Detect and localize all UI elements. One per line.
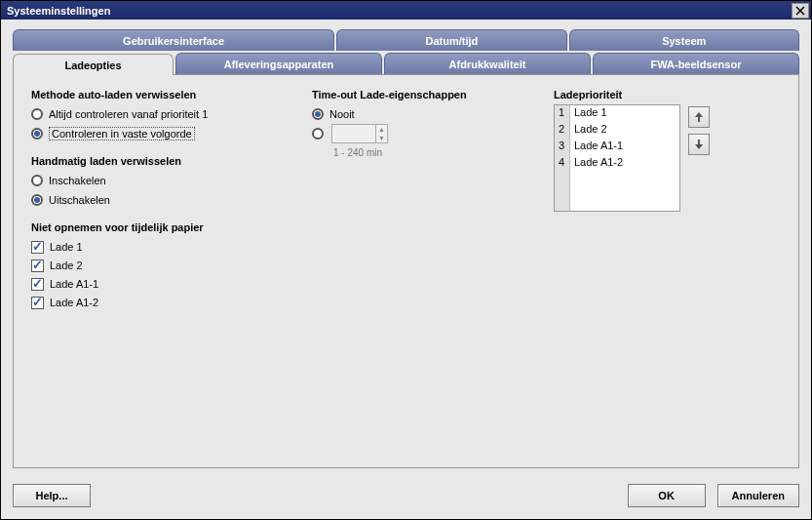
auto-switch-opt2[interactable]: Controleren in vaste volgorde bbox=[31, 125, 294, 142]
manual-switch-opt2[interactable]: Uitschakelen bbox=[31, 191, 294, 209]
titlebar: Systeeminstellingen bbox=[1, 1, 811, 20]
auto-switch-opt1-label: Altijd controleren vanaf prioriteit 1 bbox=[49, 108, 208, 120]
tabrow-bottom: Ladeopties Afleveringsapparaten Afdrukkw… bbox=[13, 53, 799, 74]
timeout-title: Time-out Lade-eigenschappen bbox=[312, 89, 536, 100]
priority-item[interactable]: Lade 2 bbox=[570, 122, 679, 139]
priority-arrow-buttons bbox=[688, 106, 710, 212]
manual-switch-opt2-label: Uitschakelen bbox=[49, 194, 110, 206]
arrow-down-icon bbox=[694, 139, 704, 150]
tab-print-quality[interactable]: Afdrukkwaliteit bbox=[384, 53, 591, 74]
exclude-item[interactable]: Lade 1 bbox=[31, 238, 294, 256]
priority-list[interactable]: 1234 Lade 1Lade 2Lade A1-1Lade A1-2 bbox=[554, 104, 680, 212]
checkbox-icon bbox=[31, 297, 44, 309]
exclude-item-label: Lade A1-1 bbox=[50, 278, 98, 290]
radio-icon bbox=[31, 128, 43, 140]
exclude-item-label: Lade 2 bbox=[50, 260, 83, 271]
close-button[interactable] bbox=[792, 3, 809, 19]
checkbox-icon bbox=[31, 260, 44, 272]
col-middle: Time-out Lade-eigenschappen Nooit ▲▼ 1 -… bbox=[312, 87, 536, 456]
window-title: Systeeminstellingen bbox=[7, 5, 110, 17]
priority-item[interactable]: Lade A1-1 bbox=[570, 139, 679, 155]
priority-number: 2 bbox=[555, 122, 569, 139]
arrow-up-icon bbox=[694, 111, 704, 123]
exclude-item[interactable]: Lade A1-1 bbox=[31, 275, 294, 293]
exclude-item-label: Lade A1-2 bbox=[50, 297, 98, 308]
manual-switch-opt1-label: Inschakelen bbox=[49, 175, 106, 186]
tab-tray-options[interactable]: Ladeopties bbox=[13, 54, 174, 75]
move-up-button[interactable] bbox=[688, 106, 710, 128]
timeout-minutes-spinner[interactable]: ▲▼ bbox=[331, 124, 388, 143]
tabrow-top: Gebruikersinterface Datum/tijd Systeem bbox=[13, 29, 799, 51]
radio-icon bbox=[312, 108, 324, 120]
priority-number: 3 bbox=[555, 139, 569, 155]
auto-switch-title: Methode auto-laden verwisselen bbox=[31, 89, 294, 100]
cancel-button[interactable]: Annuleren bbox=[717, 484, 799, 507]
radio-icon bbox=[31, 108, 43, 120]
exclude-list: Lade 1Lade 2Lade A1-1Lade A1-2 bbox=[31, 237, 294, 312]
priority-number: 4 bbox=[555, 155, 569, 172]
radio-icon bbox=[31, 194, 43, 206]
tab-panel: Methode auto-laden verwisselen Altijd co… bbox=[13, 74, 799, 468]
manual-switch-opt1[interactable]: Inschakelen bbox=[31, 172, 294, 189]
manual-switch-title: Handmatig laden verwisselen bbox=[31, 155, 294, 167]
content-area: Gebruikersinterface Datum/tijd Systeem L… bbox=[1, 20, 811, 474]
auto-switch-opt1[interactable]: Altijd controleren vanaf prioriteit 1 bbox=[31, 105, 294, 123]
checkbox-icon bbox=[31, 241, 44, 254]
priority-numbers: 1234 bbox=[555, 105, 570, 211]
tab-fwa-image-sensor[interactable]: FWA-beeldsensor bbox=[593, 53, 799, 74]
help-button[interactable]: Help... bbox=[13, 484, 91, 507]
radio-icon bbox=[312, 128, 324, 140]
spinner-arrows-icon: ▲▼ bbox=[375, 125, 387, 142]
checkbox-icon bbox=[31, 278, 44, 291]
close-icon bbox=[795, 6, 805, 16]
move-down-button[interactable] bbox=[688, 134, 710, 155]
auto-switch-opt2-label: Controleren in vaste volgorde bbox=[49, 127, 195, 140]
exclude-item[interactable]: Lade A1-2 bbox=[31, 294, 294, 311]
priority-number: 1 bbox=[555, 105, 569, 122]
priority-title: Ladeprioriteit bbox=[554, 89, 781, 100]
exclude-item-label: Lade 1 bbox=[50, 241, 83, 253]
system-settings-window: Systeeminstellingen Gebruikersinterface … bbox=[0, 0, 812, 520]
radio-icon bbox=[31, 175, 43, 186]
timeout-hint: 1 - 240 min bbox=[333, 147, 536, 158]
tab-date-time[interactable]: Datum/tijd bbox=[336, 29, 566, 51]
priority-items: Lade 1Lade 2Lade A1-1Lade A1-2 bbox=[570, 105, 679, 211]
exclude-title: Niet opnemen voor tijdelijk papier bbox=[31, 221, 294, 233]
ok-button[interactable]: OK bbox=[628, 484, 706, 507]
priority-item[interactable]: Lade 1 bbox=[570, 105, 679, 122]
timeout-opt-never[interactable]: Nooit bbox=[312, 105, 536, 123]
tab-delivery-devices[interactable]: Afleveringsapparaten bbox=[175, 53, 382, 74]
tab-system[interactable]: Systeem bbox=[569, 29, 799, 51]
priority-item[interactable]: Lade A1-2 bbox=[570, 155, 679, 172]
col-right: Ladeprioriteit 1234 Lade 1Lade 2Lade A1-… bbox=[554, 87, 781, 456]
exclude-item[interactable]: Lade 2 bbox=[31, 257, 294, 274]
tab-user-interface[interactable]: Gebruikersinterface bbox=[13, 29, 334, 51]
timeout-opt-minutes[interactable]: ▲▼ bbox=[312, 125, 536, 142]
col-left: Methode auto-laden verwisselen Altijd co… bbox=[31, 87, 294, 456]
timeout-opt-never-label: Nooit bbox=[329, 108, 355, 120]
priority-wrap: 1234 Lade 1Lade 2Lade A1-1Lade A1-2 bbox=[554, 104, 781, 212]
button-bar: Help... OK Annuleren bbox=[1, 474, 811, 519]
